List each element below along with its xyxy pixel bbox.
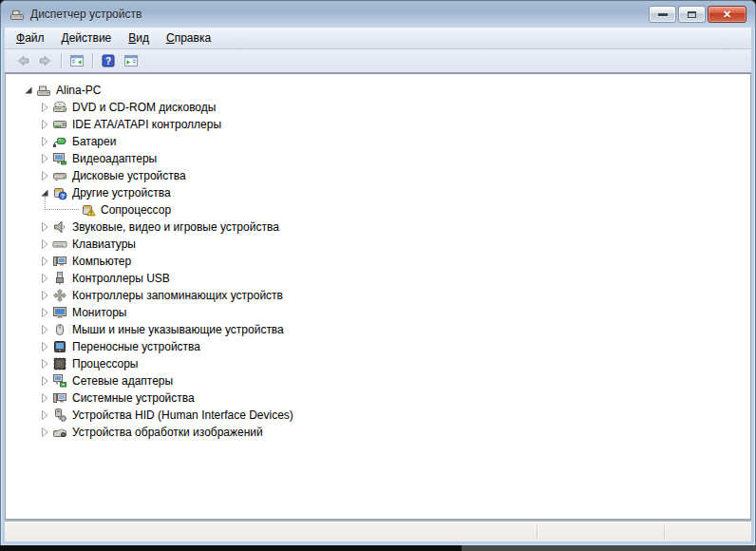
toolbar-separator xyxy=(61,53,62,68)
toolbar-forward-button[interactable] xyxy=(34,50,57,71)
hid-device-icon xyxy=(52,408,67,423)
toolbar-action-pane-button[interactable] xyxy=(120,50,142,71)
menu-item-view[interactable]: Вид xyxy=(120,28,158,48)
window-title: Диспетчер устройств xyxy=(30,8,142,21)
tree-item-processors[interactable]: Процессоры xyxy=(6,355,750,372)
tree-item-network-adapters[interactable]: Сетевые адаптеры xyxy=(6,372,750,390)
help-icon: ? xyxy=(101,53,116,68)
warning-device-icon xyxy=(81,202,96,218)
window-controls: ✕ xyxy=(649,6,747,23)
battery-icon xyxy=(52,134,67,149)
tree-item-other-devices[interactable]: ?Другие устройства xyxy=(6,184,750,201)
collapsed-expander-icon[interactable] xyxy=(37,219,52,235)
collapsed-expander-icon[interactable] xyxy=(37,100,52,115)
menu-item-file[interactable]: Файл xyxy=(8,28,53,48)
status-pane-divider xyxy=(537,525,538,539)
tree-item-label: Клавиатуры xyxy=(72,238,136,251)
close-button[interactable]: ✕ xyxy=(708,6,747,23)
minimize-button[interactable] xyxy=(649,6,676,23)
collapsed-expander-icon[interactable] xyxy=(37,305,52,320)
console-tree-icon xyxy=(69,53,85,68)
collapsed-expander-icon[interactable] xyxy=(37,134,52,149)
collapsed-expander-icon[interactable] xyxy=(37,390,52,406)
tree-item-usb-controllers[interactable]: Контроллеры USB xyxy=(6,270,750,287)
client-area: ФайлДействиеВидСправка ? Alina-PCDVD и C… xyxy=(5,28,751,542)
tree-item-label: Сетевые адаптеры xyxy=(72,374,173,388)
collapsed-expander-icon[interactable] xyxy=(37,322,52,337)
tree-item-imaging-devices[interactable]: Устройства обработки изображений xyxy=(6,424,750,441)
tree-item-label: Сопроцессор xyxy=(101,203,171,217)
toolbar-separator xyxy=(92,53,93,68)
tree-item-ide-ata-atapi[interactable]: IDE ATA/ATAPI контроллеры xyxy=(6,116,750,133)
system-device-icon xyxy=(52,390,67,406)
collapsed-expander-icon[interactable] xyxy=(37,271,52,286)
tree-item-label: Компьютер xyxy=(72,255,131,268)
collapsed-expander-icon[interactable] xyxy=(37,373,52,389)
tree-item-computer[interactable]: Компьютер xyxy=(6,253,750,270)
tree-item-label: Контроллеры запоминающих устройств xyxy=(72,289,283,302)
toolbar-console-tree-button[interactable] xyxy=(66,50,88,71)
network-adapter-icon xyxy=(52,373,67,389)
maximize-button[interactable] xyxy=(678,6,706,23)
tree-item-coprocessor[interactable]: Сопроцессор xyxy=(6,201,750,218)
tree-item-hid-devices[interactable]: Устройства HID (Human Interface Devices) xyxy=(6,407,750,424)
disk-drive-icon xyxy=(52,168,67,183)
imaging-device-icon xyxy=(52,425,67,440)
back-icon xyxy=(15,53,30,68)
svg-text:?: ? xyxy=(105,56,111,66)
tree-item-monitors[interactable]: Мониторы xyxy=(6,304,750,321)
menu-bar: ФайлДействиеВидСправка xyxy=(5,28,751,49)
screen: Диспетчер устройств ✕ ФайлДействиеВидСпр… xyxy=(0,0,756,551)
collapsed-expander-icon[interactable] xyxy=(37,339,52,354)
collapsed-expander-icon[interactable] xyxy=(37,408,52,423)
toolbar-help-button[interactable]: ? xyxy=(97,50,120,71)
collapsed-expander-icon[interactable] xyxy=(37,117,52,132)
action-pane-icon xyxy=(123,53,139,68)
toolbar-back-button[interactable] xyxy=(11,50,34,71)
collapsed-expander-icon[interactable] xyxy=(37,356,52,371)
tree-item-dvd-cd-rom[interactable]: DVD и CD-ROM дисководы xyxy=(6,99,750,116)
computer-icon xyxy=(36,83,51,98)
menu-item-action[interactable]: Действие xyxy=(53,28,121,48)
tree-item-label: Мыши и иные указывающие устройства xyxy=(72,323,284,336)
tree-item-batteries[interactable]: Батареи xyxy=(6,133,750,150)
title-bar[interactable]: Диспетчер устройств ✕ xyxy=(1,1,755,28)
toolbar: ? xyxy=(5,49,751,73)
menu-item-help[interactable]: Справка xyxy=(158,28,219,48)
forward-icon xyxy=(38,53,53,68)
tree-item-sound-video-game[interactable]: Звуковые, видео и игровые устройства xyxy=(6,218,750,236)
tree-item-video-adapters[interactable]: Видеоадаптеры xyxy=(6,150,750,167)
display-adapter-icon xyxy=(52,151,67,166)
tree-item-label: IDE ATA/ATAPI контроллеры xyxy=(72,118,221,131)
collapsed-expander-icon[interactable] xyxy=(37,237,52,252)
tree-item-mice[interactable]: Мыши и иные указывающие устройства xyxy=(6,321,750,338)
desktop-edge xyxy=(0,545,756,551)
expanded-expander-icon[interactable] xyxy=(21,83,36,98)
tree-item-portable-devices[interactable]: Переносные устройства xyxy=(6,338,750,355)
speaker-icon xyxy=(52,219,67,235)
minimize-icon xyxy=(658,13,668,16)
monitor-icon xyxy=(52,305,67,320)
maximize-icon xyxy=(688,11,696,18)
tree-item-disk-drives[interactable]: Дисковые устройства xyxy=(6,167,750,184)
tree-item-label: Дисковые устройства xyxy=(72,169,186,182)
tree-item-label: Устройства HID (Human Interface Devices) xyxy=(72,408,293,422)
collapsed-expander-icon[interactable] xyxy=(37,168,52,183)
collapsed-expander-icon[interactable] xyxy=(37,151,52,166)
tree-item-label: Процессоры xyxy=(72,357,139,370)
ide-controller-icon xyxy=(52,117,67,132)
tree-item-system-devices[interactable]: Системные устройства xyxy=(6,390,750,407)
keyboard-icon xyxy=(52,237,67,252)
tree-connector xyxy=(37,201,81,218)
status-bar xyxy=(5,522,751,542)
collapsed-expander-icon[interactable] xyxy=(37,288,52,303)
tree-item-label: Другие устройства xyxy=(72,186,171,200)
tree-item-label: Звуковые, видео и игровые устройства xyxy=(72,220,279,234)
collapsed-expander-icon[interactable] xyxy=(37,425,52,440)
tree-item-label: Видеоадаптеры xyxy=(72,152,157,165)
tree-item-keyboards[interactable]: Клавиатуры xyxy=(6,236,750,253)
tree-item-label: Переносные устройства xyxy=(72,340,200,353)
collapsed-expander-icon[interactable] xyxy=(37,254,52,269)
tree-item-alina-pc[interactable]: Alina-PC xyxy=(6,82,750,99)
tree-item-storage-controllers[interactable]: Контроллеры запоминающих устройств xyxy=(6,287,750,304)
